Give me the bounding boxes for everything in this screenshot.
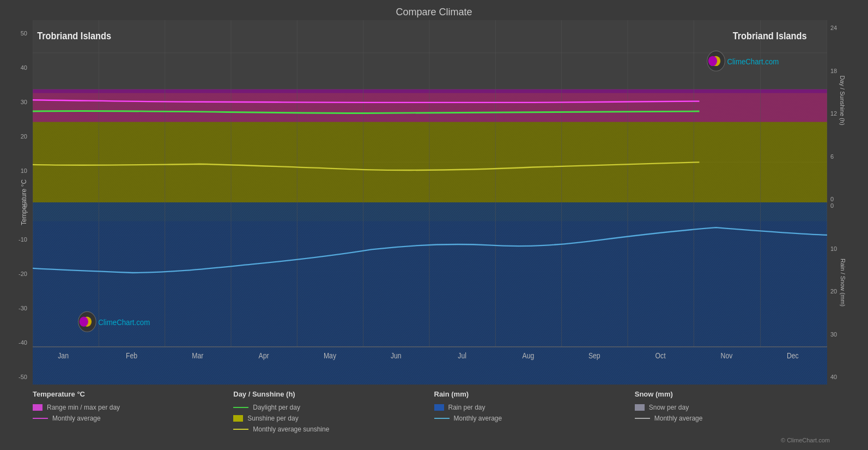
legend-rain-per-day: Rain per day <box>434 404 635 411</box>
copyright: © ClimeChart.com <box>635 436 835 445</box>
svg-text:Feb: Feb <box>126 351 137 360</box>
y-axis-rain-label: Rain / Snow (mm) <box>840 259 846 307</box>
legend-temperature: Temperature °C Range min / max per day M… <box>33 390 233 445</box>
legend-temp-range: Range min / max per day <box>33 404 233 411</box>
legend-snow-avg: Monthly average <box>635 415 835 422</box>
legend-sunshine-per-day-label: Sunshine per day <box>247 415 298 422</box>
sunshine-swatch <box>233 415 243 422</box>
y-axis-right: Day / Sunshine (h) Rain / Snow (mm) 24 1… <box>827 20 868 385</box>
svg-text:ClimeChart.com: ClimeChart.com <box>98 317 150 327</box>
y-axis-temp-label: Temperature °C <box>20 179 28 225</box>
legend-rain-label: Rain per day <box>448 404 485 411</box>
legend-sunshine-avg-label: Monthly average sunshine <box>253 425 329 433</box>
legend-rain: Rain (mm) Rain per day Monthly average <box>434 390 635 445</box>
main-container: Compare Climate Temperature °C 50 40 30 … <box>0 0 868 450</box>
chart-area: Temperature °C 50 40 30 20 10 0 -10 -20 … <box>0 20 868 385</box>
snow-avg-line <box>635 418 650 419</box>
svg-point-36 <box>708 56 717 66</box>
svg-text:Aug: Aug <box>523 351 535 360</box>
legend-snow-title: Snow (mm) <box>635 390 835 398</box>
rain-avg-line <box>434 418 450 419</box>
legend-temp-title: Temperature °C <box>33 390 233 398</box>
legend-sunshine-title: Day / Sunshine (h) <box>233 390 434 398</box>
legend-snow-label: Snow per day <box>649 404 689 411</box>
legend-sunshine-per-day: Sunshine per day <box>233 415 434 422</box>
legend-temp-range-label: Range min / max per day <box>47 404 120 411</box>
snow-swatch <box>635 404 645 411</box>
legend-rain-avg: Monthly average <box>434 415 635 422</box>
svg-text:Nov: Nov <box>721 351 733 360</box>
legend-snow-per-day: Snow per day <box>635 404 835 411</box>
sunshine-avg-line <box>233 429 248 430</box>
svg-text:Jun: Jun <box>391 351 402 360</box>
svg-rect-13 <box>33 89 827 122</box>
svg-text:Trobriand Islands: Trobriand Islands <box>733 30 807 41</box>
svg-text:Mar: Mar <box>192 351 204 360</box>
temp-avg-line <box>33 418 48 419</box>
rain-swatch <box>434 404 444 411</box>
temp-range-swatch <box>33 404 43 411</box>
y-axis-left: Temperature °C 50 40 30 20 10 0 -10 -20 … <box>0 20 33 385</box>
svg-text:Apr: Apr <box>259 351 270 360</box>
legend-daylight-label: Daylight per day <box>253 404 300 411</box>
legend-temp-avg-label: Monthly average <box>52 415 101 422</box>
svg-text:Jan: Jan <box>58 351 69 360</box>
legend-sunshine: Day / Sunshine (h) Daylight per day Suns… <box>233 390 434 445</box>
legend-snow: Snow (mm) Snow per day Monthly average ©… <box>635 390 835 445</box>
svg-text:Jul: Jul <box>458 351 466 360</box>
svg-text:May: May <box>324 351 337 360</box>
page-title: Compare Climate <box>0 0 868 20</box>
legend-area: Temperature °C Range min / max per day M… <box>0 385 868 450</box>
legend-sunshine-avg: Monthly average sunshine <box>233 425 434 433</box>
svg-rect-14 <box>33 202 827 385</box>
legend-rain-avg-label: Monthly average <box>454 415 502 422</box>
svg-text:Trobriand Islands: Trobriand Islands <box>37 30 111 41</box>
legend-daylight: Daylight per day <box>233 404 434 411</box>
svg-text:Oct: Oct <box>655 351 666 360</box>
svg-text:ClimeChart.com: ClimeChart.com <box>727 57 779 66</box>
y-axis-sunshine-label: Day / Sunshine (h) <box>839 75 845 125</box>
legend-temp-avg: Monthly average <box>33 415 233 422</box>
svg-text:Dec: Dec <box>787 351 799 360</box>
chart-canvas: Trobriand Islands Trobriand Islands Clim… <box>33 20 827 385</box>
svg-text:Sep: Sep <box>588 351 600 360</box>
chart-svg: Trobriand Islands Trobriand Islands Clim… <box>33 20 827 385</box>
svg-point-32 <box>80 317 88 327</box>
daylight-line <box>233 407 248 408</box>
legend-snow-avg-label: Monthly average <box>654 415 703 422</box>
legend-rain-title: Rain (mm) <box>434 390 635 398</box>
